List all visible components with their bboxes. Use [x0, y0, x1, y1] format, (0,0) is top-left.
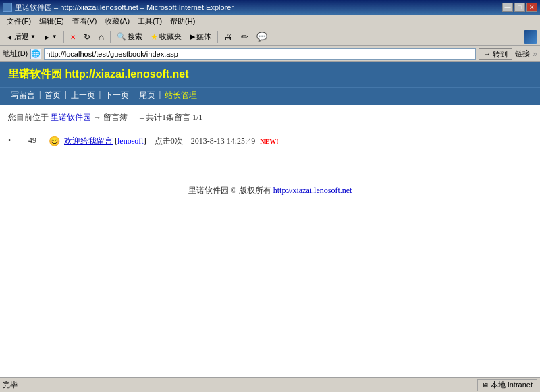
menu-help[interactable]: 帮助(H)	[166, 15, 199, 28]
ie-logo	[524, 30, 537, 44]
links-label: 链接	[515, 49, 530, 59]
address-input[interactable]	[44, 48, 476, 60]
window-titlebar: 里诺软件园 – http://xiazai.lenosoft.net – Mic…	[0, 0, 540, 15]
back-label: 后退	[14, 32, 29, 42]
entry-number: •	[8, 136, 24, 146]
edit-icon: ✏	[241, 32, 248, 42]
discuss-button[interactable]: 💬	[253, 30, 271, 45]
entry-id: 49	[28, 136, 45, 146]
nav-home[interactable]: 首页	[42, 90, 63, 101]
entry-content: 欢迎给我留言 [lenosoft] – 点击0次 – 2013-8-13 14:…	[64, 136, 279, 147]
back-button[interactable]: 后退 ▼	[3, 30, 39, 45]
smiley-icon: 😊	[49, 136, 60, 147]
search-label: 搜索	[128, 32, 142, 42]
entry-author-bracket-close: ]	[144, 136, 146, 146]
footer-text: 里诺软件园 © 版权所有	[188, 186, 271, 195]
stop-icon	[70, 33, 76, 41]
edit-button[interactable]: ✏	[238, 30, 252, 45]
zone-panel: 🖥 本地 Intranet	[477, 379, 537, 391]
breadcrumb: 您目前位于 里诺软件园 → 留言簿 – 共计1条留言 1/1	[0, 105, 540, 130]
home-icon	[99, 32, 104, 43]
window-title: 里诺软件园 – http://xiazai.lenosoft.net – Mic…	[15, 3, 234, 13]
forward-button[interactable]: ▼	[40, 30, 61, 45]
minimize-button[interactable]: —	[502, 3, 513, 12]
print-button[interactable]: 🖨	[221, 30, 236, 45]
statusbar: 完毕 🖥 本地 Intranet	[0, 377, 540, 392]
zone-icon: 🖥	[482, 381, 489, 389]
nav-write[interactable]: 写留言	[8, 90, 38, 101]
address-label: 地址(D)	[3, 49, 28, 59]
go-icon: →	[483, 50, 491, 58]
menu-favorites[interactable]: 收藏(A)	[101, 15, 134, 28]
stop-button[interactable]	[67, 30, 79, 45]
maximize-button[interactable]: □	[514, 3, 525, 12]
search-icon	[117, 32, 126, 41]
nav-admin[interactable]: 站长管理	[162, 90, 200, 101]
nav-last[interactable]: 尾页	[136, 90, 158, 101]
nav-prev[interactable]: 上一页	[68, 90, 98, 101]
nav-next[interactable]: 下一页	[102, 90, 132, 101]
address-icon: 🌐	[30, 49, 41, 59]
menu-edit[interactable]: 编辑(E)	[35, 15, 68, 28]
breadcrumb-total: – 共计1条留言 1/1	[140, 113, 202, 122]
breadcrumb-page: 留言簿	[103, 113, 128, 122]
menubar: 文件(F) 编辑(E) 查看(V) 收藏(A) 工具(T) 帮助(H)	[0, 15, 540, 28]
zone-label: 本地 Intranet	[491, 380, 533, 390]
toolbar-sep-1	[63, 31, 64, 43]
site-nav: 写留言 | 首页 | 上一页 | 下一页 | 尾页 | 站长管理	[0, 87, 540, 105]
back-dropdown-icon[interactable]: ▼	[30, 34, 36, 40]
titlebar-buttons[interactable]: — □ ✕	[502, 3, 537, 12]
breadcrumb-arrow: →	[93, 113, 103, 122]
favorites-button[interactable]: 收藏夹	[147, 30, 185, 45]
site-header-text: 里诺软件园	[8, 68, 65, 80]
refresh-icon	[84, 32, 90, 42]
breadcrumb-prefix: 您目前位于	[8, 113, 49, 122]
addressbar: 地址(D) 🌐 → 转到 链接 »	[0, 46, 540, 62]
media-button[interactable]: 媒体	[186, 30, 215, 45]
entry-meta: – 点击0次 – 2013-8-13 14:25:49	[148, 136, 256, 146]
forward-dropdown-icon[interactable]: ▼	[52, 34, 57, 40]
new-badge: NEW!	[260, 138, 278, 145]
discuss-icon: 💬	[256, 32, 267, 42]
status-text: 完毕	[3, 380, 477, 390]
menu-view[interactable]: 查看(V)	[68, 15, 101, 28]
entry-date: 2013-8-13 14:25:49	[191, 136, 256, 146]
status-label: 完毕	[3, 381, 18, 389]
toolbar-sep-2	[110, 31, 111, 43]
entry-clicks: 点击0次	[155, 136, 183, 146]
media-label: 媒体	[196, 32, 211, 42]
site-footer: 里诺软件园 © 版权所有 http://xiazai.lenosoft.net	[0, 171, 540, 210]
go-label: 转到	[493, 50, 508, 58]
menu-tools[interactable]: 工具(T)	[134, 15, 166, 28]
forward-icon	[44, 33, 51, 41]
home-button[interactable]	[95, 30, 107, 45]
search-button[interactable]: 搜索	[113, 30, 146, 45]
titlebar-left: 里诺软件园 – http://xiazai.lenosoft.net – Mic…	[3, 3, 234, 13]
site-header: 里诺软件园 http://xiazai.lenosoft.net	[0, 62, 540, 87]
toolbar-sep-3	[217, 31, 218, 43]
entry-title-link[interactable]: 欢迎给我留言	[64, 136, 113, 146]
menu-file[interactable]: 文件(F)	[3, 15, 35, 28]
breadcrumb-site-link[interactable]: 里诺软件园	[51, 113, 91, 122]
entry-author: lenosoft	[117, 136, 144, 146]
content-area: 里诺软件园 http://xiazai.lenosoft.net 写留言 | 首…	[0, 62, 540, 377]
go-button[interactable]: → 转到	[479, 48, 512, 60]
breadcrumb-count	[130, 113, 140, 122]
refresh-button[interactable]	[80, 30, 94, 45]
favorites-icon	[151, 32, 158, 42]
close-button[interactable]: ✕	[526, 3, 537, 12]
favorites-label: 收藏夹	[159, 32, 182, 42]
toolbar: 后退 ▼ ▼ 搜索 收藏夹 媒体 🖨 ✏ 💬	[0, 28, 540, 46]
table-row: • 49 😊 欢迎给我留言 [lenosoft] – 点击0次 – 2013-8…	[8, 133, 532, 150]
print-icon: 🖨	[224, 32, 233, 42]
back-icon	[6, 33, 13, 41]
entries-list: • 49 😊 欢迎给我留言 [lenosoft] – 点击0次 – 2013-8…	[0, 130, 540, 158]
statusbar-right: 🖥 本地 Intranet	[477, 379, 537, 391]
ie-icon	[3, 3, 12, 12]
media-icon	[190, 32, 195, 41]
site-header-url[interactable]: http://xiazai.lenosoft.net	[65, 68, 188, 80]
footer-url[interactable]: http://xiazai.lenosoft.net	[273, 186, 352, 195]
toolbar-expand-icon[interactable]: »	[533, 49, 537, 59]
